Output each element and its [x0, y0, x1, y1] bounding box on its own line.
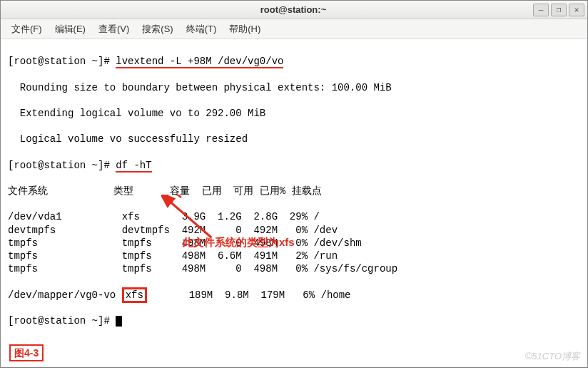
menu-edit[interactable]: 编辑(E): [50, 20, 91, 38]
minimize-button[interactable]: —: [533, 4, 549, 16]
maximize-button[interactable]: ❐: [551, 4, 567, 16]
close-button[interactable]: ✕: [569, 4, 584, 16]
window-title: root@station:~: [54, 4, 533, 15]
annotation-text: 此文件系统的类型为xfs: [183, 235, 295, 250]
watermark: ©51CTO博客: [525, 351, 580, 363]
df-row: tmpfs tmpfs 498M 0 498M 0% /sys/fs/cgrou…: [8, 262, 580, 275]
terminal-area[interactable]: [root@station ~]# lvextend -L +98M /dev/…: [1, 39, 587, 367]
figure-label: 图4-3: [9, 344, 44, 361]
menubar: 文件(F) 编辑(E) 查看(V) 搜索(S) 终端(T) 帮助(H): [1, 19, 587, 39]
cmd-line-2: [root@station ~]# df -hT: [8, 159, 580, 172]
output-line: Extending logical volume vo to 292.00 Mi…: [8, 107, 580, 120]
menu-view[interactable]: 查看(V): [93, 20, 134, 38]
menu-file[interactable]: 文件(F): [6, 20, 47, 38]
cmd-line-3: [root@station ~]#: [8, 314, 580, 327]
output-line: Logical volume vo successfully resized: [8, 133, 580, 145]
output-line: Rounding size to boundary between physic…: [8, 81, 580, 94]
df-row: tmpfs tmpfs 498M 6.6M 491M 2% /run: [8, 250, 580, 262]
menu-help[interactable]: 帮助(H): [224, 20, 265, 38]
df-row-last: /dev/mapper/vg0-vo xfs 189M 9.8M 179M 6%…: [8, 289, 580, 302]
menu-terminal[interactable]: 终端(T): [181, 20, 222, 38]
cursor-icon: [116, 316, 122, 327]
cmd-line-1: [root@station ~]# lvextend -L +98M /dev/…: [8, 55, 580, 68]
titlebar: root@station:~ — ❐ ✕: [1, 1, 587, 19]
window-buttons: — ❐ ✕: [533, 4, 584, 16]
cmd-lvextend: lvextend -L +98M /dev/vg0/vo: [116, 56, 283, 68]
df-header: 文件系统 类型 容量 已用 可用 已用% 挂载点: [8, 185, 580, 197]
menu-search[interactable]: 搜索(S): [137, 20, 178, 38]
df-row: /dev/vda1 xfs 3.9G 1.2G 2.8G 29% /: [8, 210, 580, 223]
cmd-df: df -hT: [116, 160, 151, 173]
xfs-box: xfs: [122, 287, 147, 303]
